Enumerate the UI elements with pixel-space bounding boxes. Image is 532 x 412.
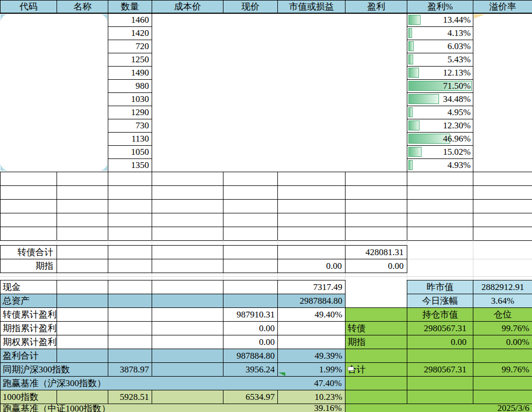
- beat-csi1000-label[interactable]: 跑赢基准（中证1000指数）39.16%: [0, 404, 346, 412]
- summary-empty-cell[interactable]: [473, 376, 532, 390]
- mid-row-cell[interactable]: [223, 245, 278, 259]
- empty-cell[interactable]: [473, 213, 532, 227]
- summary-empty-cell[interactable]: [223, 294, 278, 308]
- summary-empty-cell[interactable]: [152, 321, 223, 335]
- empty-cell[interactable]: [0, 227, 57, 241]
- summary-empty-cell[interactable]: [152, 362, 223, 377]
- empty-cell[interactable]: [57, 185, 108, 200]
- summary-cell[interactable]: 0.00: [407, 335, 473, 349]
- empty-cell[interactable]: [407, 199, 473, 213]
- empty-cell[interactable]: [0, 199, 57, 213]
- empty-cell[interactable]: [473, 172, 532, 186]
- mid-row-cell[interactable]: [223, 259, 278, 273]
- summary-cell[interactable]: 1.99%: [277, 362, 346, 377]
- empty-cell[interactable]: [473, 227, 532, 241]
- summary-empty-cell[interactable]: [108, 280, 152, 294]
- summary-cell[interactable]: 99.76%: [473, 362, 532, 377]
- summary-empty-cell[interactable]: [407, 390, 473, 404]
- yesterday-market-value[interactable]: 2882912.91: [473, 280, 532, 294]
- header-cell-profit-pct[interactable]: 盈利%: [407, 0, 473, 14]
- summary-cell[interactable]: 49.40%: [277, 307, 346, 322]
- summary-cell[interactable]: 10.23%: [277, 390, 346, 404]
- summary-empty-cell[interactable]: [57, 321, 108, 335]
- empty-cell[interactable]: [277, 227, 346, 241]
- empty-cell[interactable]: [407, 213, 473, 227]
- empty-cell[interactable]: [0, 213, 57, 227]
- empty-cell[interactable]: [277, 172, 346, 186]
- empty-cell[interactable]: [57, 172, 108, 186]
- mid-row-cell[interactable]: [57, 245, 108, 259]
- profit-pct-cell[interactable]: 12.13%: [407, 66, 473, 80]
- total-assets-label[interactable]: 总资产: [0, 294, 57, 308]
- convertible-total-profit[interactable]: 428081.31: [345, 245, 407, 259]
- summary-empty-cell[interactable]: [152, 280, 223, 294]
- profit-pct-cell[interactable]: 34.48%: [407, 92, 473, 106]
- summary-empty-cell[interactable]: [407, 376, 473, 390]
- empty-cell[interactable]: [407, 185, 473, 200]
- summary-empty-cell[interactable]: [57, 335, 108, 349]
- summary-empty-cell[interactable]: [108, 335, 152, 349]
- quantity-cell[interactable]: 1420: [108, 26, 152, 40]
- summary-empty-cell[interactable]: [345, 307, 407, 322]
- empty-cell[interactable]: [108, 172, 152, 186]
- cb-position-label[interactable]: 转债: [345, 321, 407, 335]
- today-change-value[interactable]: 3.64%: [473, 294, 532, 308]
- profit-pct-cell[interactable]: 12.30%: [407, 119, 473, 133]
- quantity-cell[interactable]: 1490: [108, 66, 152, 80]
- summary-cell[interactable]: 987910.31: [223, 307, 278, 322]
- position-total-label[interactable]: 合计: [345, 362, 407, 377]
- summary-cell[interactable]: 0.00%: [473, 335, 532, 349]
- mid-row-cell[interactable]: 0.00: [277, 259, 346, 273]
- summary-empty-cell[interactable]: [152, 349, 223, 363]
- empty-cell[interactable]: [0, 185, 57, 200]
- header-cell-code[interactable]: 代码: [0, 0, 57, 14]
- empty-cell[interactable]: [108, 199, 152, 213]
- empty-cell[interactable]: [473, 185, 532, 200]
- profit-pct-cell[interactable]: 13.44%: [407, 13, 473, 27]
- empty-cell[interactable]: [108, 227, 152, 241]
- summary-empty-cell[interactable]: [473, 390, 532, 404]
- profit-pct-cell[interactable]: 6.03%: [407, 40, 473, 53]
- empty-cell[interactable]: [473, 199, 532, 213]
- empty-cell[interactable]: [345, 172, 407, 186]
- summary-empty-cell[interactable]: [108, 349, 152, 363]
- empty-cell[interactable]: [108, 213, 152, 227]
- empty-cell[interactable]: [223, 227, 278, 241]
- mid-row-cell[interactable]: [152, 245, 223, 259]
- profit-pct-cell[interactable]: 15.02%: [407, 145, 473, 159]
- empty-cell[interactable]: [0, 172, 57, 186]
- summary-cell[interactable]: 3878.97: [108, 362, 152, 377]
- today-change-label[interactable]: 今日涨幅: [407, 294, 473, 308]
- empty-cell[interactable]: [223, 199, 278, 213]
- mid-row-cell[interactable]: [57, 259, 108, 273]
- empty-cell[interactable]: [223, 172, 278, 186]
- empty-cell[interactable]: [407, 227, 473, 241]
- beat-csi300-label[interactable]: 跑赢基准（沪深300指数）47.40%: [0, 376, 346, 390]
- summary-cell[interactable]: 2980567.31: [407, 321, 473, 335]
- mid-row-cell[interactable]: [108, 259, 152, 273]
- empty-cell[interactable]: [152, 185, 223, 200]
- summary-empty-cell[interactable]: [345, 349, 407, 363]
- summary-empty-cell[interactable]: [57, 294, 108, 308]
- summary-empty-cell[interactable]: [345, 390, 407, 404]
- date-cell[interactable]: 2025/3/6: [345, 404, 532, 412]
- quantity-cell[interactable]: 980: [108, 79, 152, 93]
- mid-row-cell[interactable]: [277, 245, 346, 259]
- empty-cell[interactable]: [223, 185, 278, 200]
- profit-total-label[interactable]: 盈利合计: [0, 349, 57, 363]
- csi300-label[interactable]: 同期沪深300指数: [0, 362, 108, 377]
- total-assets-value[interactable]: 2987884.80: [277, 294, 346, 308]
- empty-cell[interactable]: [277, 199, 346, 213]
- header-cell-current-price[interactable]: 现价: [223, 0, 278, 14]
- header-cell-name[interactable]: 名称: [57, 0, 108, 14]
- mid-row-cell[interactable]: 转债合计: [0, 245, 57, 259]
- header-cell-quantity[interactable]: 数量: [108, 0, 152, 14]
- summary-cell[interactable]: 49.39%: [277, 349, 346, 363]
- quantity-cell[interactable]: 1030: [108, 92, 152, 106]
- header-cell-profit[interactable]: 盈利: [345, 0, 407, 14]
- header-cell-premium-rate[interactable]: 溢价率: [473, 0, 532, 14]
- empty-cell[interactable]: [345, 185, 407, 200]
- empty-cell[interactable]: [152, 213, 223, 227]
- profit-pct-cell[interactable]: 4.13%: [407, 26, 473, 40]
- summary-cell[interactable]: 3956.24: [223, 362, 278, 377]
